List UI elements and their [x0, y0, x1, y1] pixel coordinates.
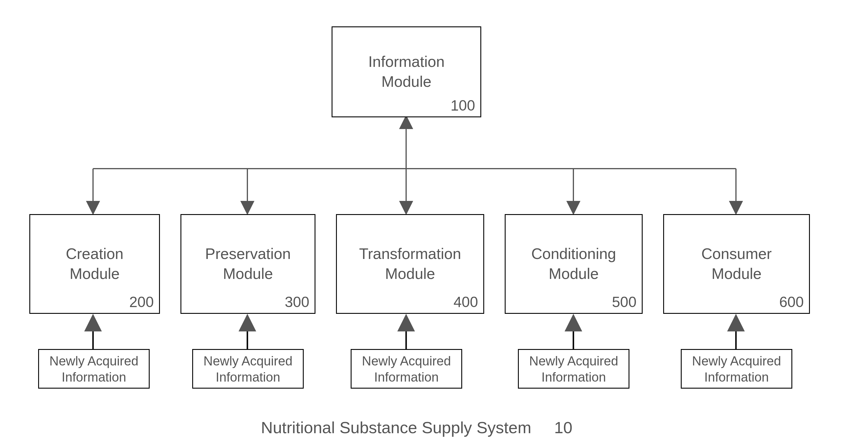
- info-text-2: Newly Acquired Information: [204, 353, 292, 385]
- consumer-module-line1: Consumer: [701, 245, 772, 262]
- info-line2-2: Information: [216, 370, 280, 384]
- info-text-4: Newly Acquired Information: [529, 353, 618, 385]
- diagram-container: Information Module 100 Creation Module 2…: [0, 0, 868, 437]
- information-module-number: 100: [451, 97, 475, 114]
- consumer-module-title: Consumer Module: [695, 244, 778, 283]
- creation-module-number: 200: [129, 294, 154, 311]
- conditioning-module-box: Conditioning Module 500: [505, 214, 643, 314]
- info-text-3: Newly Acquired Information: [362, 353, 451, 385]
- consumer-module-number: 600: [779, 294, 804, 311]
- creation-module-box: Creation Module 200: [29, 214, 160, 314]
- info-text-1: Newly Acquired Information: [49, 353, 138, 385]
- conditioning-module-title: Conditioning Module: [525, 244, 622, 283]
- preservation-module-number: 300: [285, 294, 309, 311]
- information-module-line1: Information: [368, 53, 444, 70]
- caption-number: 10: [554, 418, 572, 437]
- info-box-4: Newly Acquired Information: [518, 349, 629, 389]
- info-line1-5: Newly Acquired: [692, 354, 781, 368]
- info-line1-1: Newly Acquired: [49, 354, 138, 368]
- conditioning-module-line2: Module: [549, 265, 599, 282]
- creation-module-line2: Module: [69, 265, 120, 282]
- info-line1-2: Newly Acquired: [204, 354, 292, 368]
- info-line2-3: Information: [374, 370, 439, 384]
- info-line1-4: Newly Acquired: [529, 354, 618, 368]
- caption-text: Nutritional Substance Supply System: [261, 418, 531, 437]
- diagram-caption: Nutritional Substance Supply System 10: [255, 418, 578, 437]
- info-line2-5: Information: [704, 370, 769, 384]
- creation-module-title: Creation Module: [60, 244, 129, 283]
- transformation-module-line1: Transformation: [359, 245, 461, 262]
- preservation-module-line2: Module: [223, 265, 273, 282]
- preservation-module-title: Preservation Module: [199, 244, 297, 283]
- creation-module-line1: Creation: [66, 245, 124, 262]
- info-text-5: Newly Acquired Information: [692, 353, 781, 385]
- consumer-module-line2: Module: [712, 265, 762, 282]
- info-line1-3: Newly Acquired: [362, 354, 451, 368]
- info-box-5: Newly Acquired Information: [681, 349, 792, 389]
- transformation-module-line2: Module: [385, 265, 435, 282]
- consumer-module-box: Consumer Module 600: [663, 214, 810, 314]
- info-box-2: Newly Acquired Information: [192, 349, 304, 389]
- info-box-1: Newly Acquired Information: [38, 349, 150, 389]
- info-box-3: Newly Acquired Information: [351, 349, 462, 389]
- information-module-box: Information Module 100: [332, 26, 481, 117]
- transformation-module-number: 400: [454, 294, 478, 311]
- preservation-module-line1: Preservation: [205, 245, 291, 262]
- transformation-module-title: Transformation Module: [353, 244, 467, 283]
- information-module-line2: Module: [381, 73, 432, 90]
- conditioning-module-line1: Conditioning: [531, 245, 616, 262]
- conditioning-module-number: 500: [612, 294, 637, 311]
- info-line2-4: Information: [541, 370, 606, 384]
- preservation-module-box: Preservation Module 300: [181, 214, 315, 314]
- transformation-module-box: Transformation Module 400: [336, 214, 484, 314]
- information-module-title: Information Module: [363, 52, 451, 92]
- info-line2-1: Information: [62, 370, 126, 384]
